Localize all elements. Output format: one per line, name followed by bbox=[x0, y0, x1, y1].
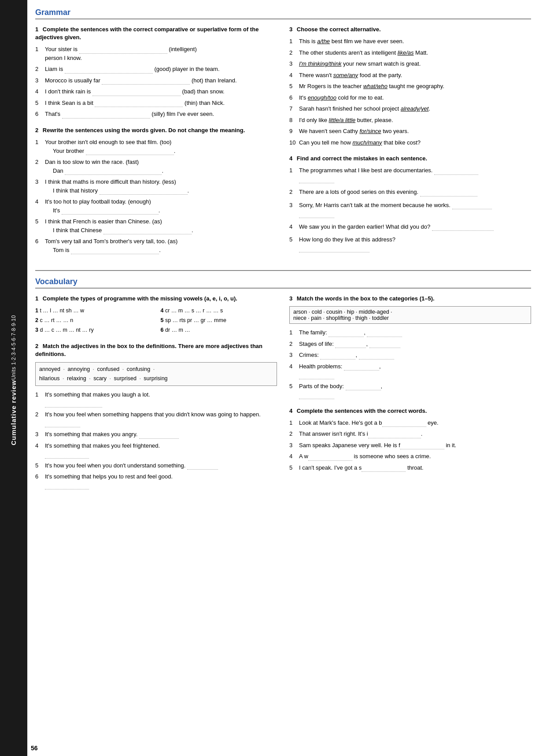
item-num: 7 bbox=[289, 104, 299, 113]
item-content: The programmes what I like best are docu… bbox=[299, 166, 531, 183]
grammar-ex4-item-2: 2 There are a lots of good series on thi… bbox=[289, 188, 531, 196]
vocab-ex4-item-4: 4 A w is someone who sees a crime. bbox=[289, 452, 531, 461]
answer-blank bbox=[452, 203, 492, 209]
item-content: We haven't seen Cathy for/since two year… bbox=[299, 127, 531, 136]
item-content: Liam is (good) player in the team. bbox=[45, 65, 277, 74]
vocab-ex4-item-3: 3 Sam speaks Japanese very well. He is f… bbox=[289, 441, 531, 450]
item-num: 2 bbox=[35, 410, 45, 427]
grammar-ex2-title: 2 Rewrite the sentences using the words … bbox=[35, 126, 277, 134]
answer-line-fill bbox=[103, 228, 192, 234]
item-num: 1 bbox=[289, 419, 299, 427]
item-num: 4 bbox=[289, 71, 299, 80]
item-num: 4 bbox=[35, 441, 45, 459]
answer-blank bbox=[187, 463, 218, 470]
grammar-ex3-item-3: 3 I'm thinking/think your new smart watc… bbox=[289, 59, 531, 68]
grammar-ex4-title-text: Find and correct the mistakes in each se… bbox=[297, 155, 427, 162]
item-content: This is a/the best film we have ever see… bbox=[299, 37, 531, 46]
answer-blank bbox=[368, 432, 421, 438]
item-num: 2 bbox=[35, 65, 45, 74]
answer-blank bbox=[45, 401, 102, 408]
grammar-ex3-item-6: 6 It's enough/too cold for me to eat. bbox=[289, 93, 531, 102]
answer-block: Dan . bbox=[53, 167, 277, 175]
item-num: 6 bbox=[35, 237, 45, 254]
item-num: 3 bbox=[35, 430, 45, 439]
grammar-ex3-item-9: 9 We haven't seen Cathy for/since two ye… bbox=[289, 127, 531, 136]
alt-text: little/a little bbox=[329, 117, 356, 123]
item-content: Parts of the body: , bbox=[299, 382, 531, 399]
page-number: 56 bbox=[31, 745, 38, 752]
alt-text: already/yet bbox=[401, 105, 429, 112]
vocab-ex1-item-5: 5 sp … rts pr … gr … mme bbox=[161, 316, 277, 325]
vocabulary-header: Vocabulary bbox=[35, 277, 531, 289]
item-content: Crimes: , bbox=[299, 351, 531, 359]
grammar-header: Grammar bbox=[35, 8, 531, 19]
vocab-ex3-title: 3 Match the words in the box to the cate… bbox=[289, 295, 531, 303]
grammar-ex3-item-10: 10 Can you tell me how much/many that bi… bbox=[289, 138, 531, 147]
answer-blank bbox=[400, 443, 444, 449]
grammar-right-col: 3 Choose the correct alternative. 1 This… bbox=[289, 26, 531, 262]
grammar-ex2-num: 2 bbox=[35, 127, 38, 133]
vocab-ex2-item-4: 4 It's something that makes you feel fri… bbox=[35, 441, 277, 459]
item-num: 4 bbox=[289, 222, 299, 231]
item-content: It's how you feel when you don't underst… bbox=[45, 461, 277, 470]
item-content: There wasn't some/any food at the party. bbox=[299, 71, 531, 80]
sidebar-units-label: Units 1·2·3·4·5·6·7·8·9·10 bbox=[11, 315, 17, 380]
item-num: 1 bbox=[289, 37, 299, 46]
item-content: Look at Mark's face. He's got a b eye. bbox=[299, 419, 531, 427]
grammar-ex3-item-1: 1 This is a/the best film we have ever s… bbox=[289, 37, 531, 46]
item-num: 4 bbox=[289, 452, 299, 461]
grammar-ex2-item-2: 2 Dan is too slow to win the race. (fast… bbox=[35, 158, 277, 175]
item-content: Morocco is usually far (hot) than Irelan… bbox=[45, 76, 277, 85]
item-num: 1 bbox=[289, 166, 299, 183]
answer-blank bbox=[299, 177, 334, 183]
answer-blank bbox=[367, 331, 402, 337]
item-content: Your brother isn't old enough to see tha… bbox=[45, 138, 277, 155]
grammar-ex1-item-4: 4 I don't think rain is (bad) than snow. bbox=[35, 87, 277, 96]
item-content: Tom's very tall and Tom's brother's very… bbox=[45, 237, 277, 254]
vocab-ex3-title-text: Match the words in the box to the catego… bbox=[297, 295, 435, 302]
answer-blank bbox=[45, 483, 89, 489]
alt-text: what/who bbox=[363, 83, 388, 89]
grammar-ex2-item-6: 6 Tom's very tall and Tom's brother's ve… bbox=[35, 237, 277, 254]
item-content: Health problems: , bbox=[299, 362, 531, 379]
item-num: 3 bbox=[289, 59, 299, 68]
grammar-ex1-item-3: 3 Morocco is usually far (hot) than Irel… bbox=[35, 76, 277, 85]
answer-block: I think that Chinese . bbox=[53, 226, 277, 235]
item-num: 5 bbox=[35, 461, 45, 470]
item-num: 5 bbox=[289, 382, 299, 399]
grammar-ex1-item-5: 5 I think Sean is a bit (thin) than Nick… bbox=[35, 99, 277, 107]
alt-text: like/as bbox=[398, 49, 414, 56]
grammar-ex3-num: 3 bbox=[289, 26, 292, 33]
answer-blank bbox=[299, 373, 334, 379]
item-num: 6 bbox=[35, 110, 45, 119]
vocab-ex4-item-5: 5 I can't speak. I've got a s throat. bbox=[289, 463, 531, 472]
answer-blank bbox=[139, 433, 179, 439]
item-content: We saw you in the garden earlier! What d… bbox=[299, 222, 531, 231]
item-num: 2 bbox=[289, 48, 299, 57]
alt-text: some/any bbox=[333, 72, 358, 78]
item-content: Mr Rogers is the teacher what/who taught… bbox=[299, 82, 531, 91]
item-content: How long do they live at this address? bbox=[299, 235, 531, 252]
vocab-ex1-title: 1 Complete the types of programme with t… bbox=[35, 295, 277, 303]
sidebar: Units 1·2·3·4·5·6·7·8·9·10 Cumulative re… bbox=[0, 0, 27, 756]
grammar-ex1-title-text: Complete the sentences with the correct … bbox=[35, 26, 258, 41]
item-num: 5 bbox=[289, 235, 299, 252]
answer-blank bbox=[432, 225, 494, 231]
item-num: 4 bbox=[35, 87, 45, 96]
answer-block: It's . bbox=[53, 206, 277, 215]
answer-blank bbox=[329, 331, 364, 337]
item-content: It's how you feel when something happens… bbox=[45, 410, 277, 427]
answer-block: Tom is . bbox=[53, 246, 277, 255]
item-num: 1 bbox=[35, 138, 45, 155]
vocab-ex1-item-6: 6 dr … m … bbox=[161, 326, 277, 334]
item-content: It's something that helps you to rest an… bbox=[45, 472, 277, 489]
answer-line-fill bbox=[100, 189, 188, 195]
answer-blank bbox=[299, 246, 369, 252]
answer-blank bbox=[362, 466, 406, 472]
answer-blank bbox=[346, 384, 381, 390]
item-content: There are a lots of good series on this … bbox=[299, 188, 531, 196]
grammar-exercise-2: 2 Rewrite the sentences using the words … bbox=[35, 126, 277, 254]
item-num: 5 bbox=[289, 463, 299, 472]
answer-line-fill bbox=[62, 208, 159, 215]
item-num: 3 bbox=[35, 76, 45, 85]
